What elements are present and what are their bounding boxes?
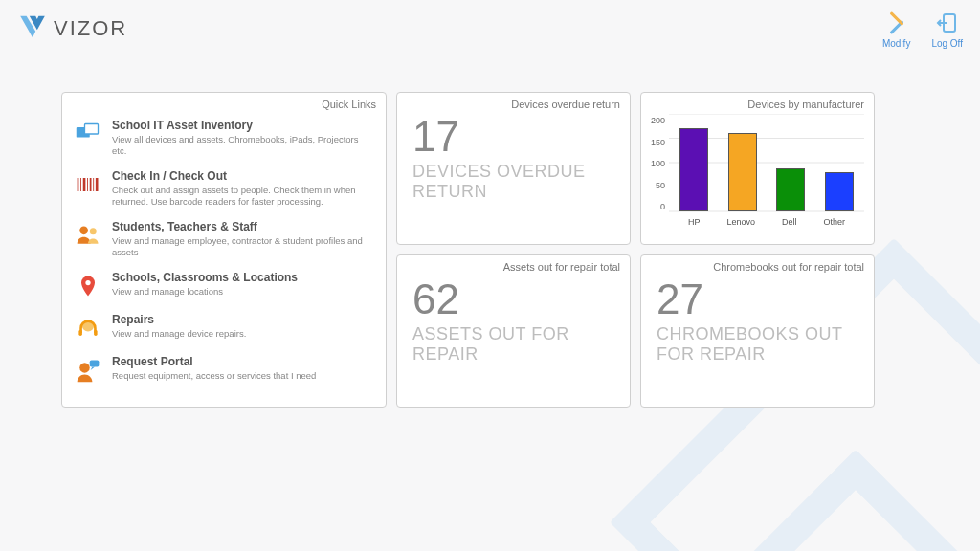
svg-point-12 [79, 226, 88, 234]
quick-link-item[interactable]: $ Charges & Fees Fines and charges made … [72, 392, 372, 399]
stat-label: DEVICES OVERDUE RETURN [412, 162, 620, 201]
y-tick: 50 [656, 181, 665, 190]
svg-point-13 [90, 228, 97, 234]
logoff-label: Log Off [931, 38, 963, 49]
x-tick: Lenovo [727, 217, 756, 227]
quick-link-title: Check In / Check Out [112, 170, 370, 183]
headset-icon [74, 314, 102, 342]
pencil-ruler-icon [885, 11, 908, 38]
quick-links-list[interactable]: School IT Asset Inventory View all devic… [72, 114, 376, 399]
svg-rect-7 [83, 178, 86, 191]
y-tick: 100 [651, 159, 665, 168]
dashboard-grid: Quick Links School IT Asset Inventory Vi… [0, 92, 980, 408]
pin-icon [74, 272, 102, 300]
quick-link-text: Students, Teachers & Staff View and mana… [112, 221, 370, 258]
barcode-icon [74, 170, 102, 199]
person-speech-icon [74, 356, 102, 385]
quick-link-desc: View and manage device repairs. [112, 328, 246, 340]
monitors-icon [74, 120, 102, 148]
svg-point-14 [85, 280, 90, 285]
quick-link-desc: View and manage locations [112, 286, 298, 298]
card-title: Chromebooks out for repair total [651, 261, 864, 273]
quick-links-title: Quick Links [72, 99, 376, 110]
stat-value: 62 [412, 278, 620, 320]
chromebooks-out-card[interactable]: Chromebooks out for repair total 27 CHRO… [640, 254, 875, 408]
quick-link-text: Schools, Classrooms & Locations View and… [112, 272, 298, 300]
chart-plot: HPLenovoDellOther [669, 114, 864, 227]
chart-bar [776, 168, 805, 211]
svg-rect-19 [90, 360, 100, 366]
svg-rect-11 [96, 178, 99, 191]
quick-link-desc: View all devices and assets. Chromebooks… [112, 134, 370, 157]
svg-rect-16 [78, 330, 82, 336]
quick-link-desc: View and manage employee, contractor & s… [112, 235, 370, 258]
quick-link-item[interactable]: School IT Asset Inventory View all devic… [72, 114, 372, 165]
two-people-icon [74, 221, 102, 250]
quick-link-title: Schools, Classrooms & Locations [112, 272, 298, 284]
quick-link-title: Charges & Fees [112, 398, 329, 399]
devices-by-manufacturer-card[interactable]: Devices by manufacturer 200150100500 HPL… [640, 92, 875, 245]
quick-link-desc: Request equipment, access or services th… [112, 370, 316, 382]
y-tick: 200 [651, 116, 665, 125]
chart-bar [679, 128, 708, 211]
quick-link-title: Students, Teachers & Staff [112, 221, 370, 233]
svg-rect-5 [78, 178, 79, 191]
y-tick: 150 [651, 138, 665, 147]
svg-point-18 [79, 363, 90, 373]
x-tick: Dell [782, 217, 797, 227]
quick-link-title: Request Portal [112, 356, 316, 368]
logoff-icon [936, 11, 959, 38]
stat-label: ASSETS OUT FOR REPAIR [412, 324, 620, 364]
chart-y-axis: 200150100500 [651, 114, 669, 227]
card-title: Devices overdue return [407, 99, 620, 110]
quick-link-desc: Check out and assign assets to people. C… [112, 185, 370, 208]
quick-link-text: Charges & Fees Fines and charges made to… [112, 398, 329, 399]
stat-value: 27 [657, 278, 864, 320]
chart-bars [669, 114, 864, 227]
chart-bar [728, 133, 757, 211]
svg-rect-8 [87, 178, 88, 191]
vizor-logo-icon [17, 11, 48, 46]
dollar-refresh-icon: $ [74, 398, 102, 399]
svg-rect-9 [90, 178, 92, 191]
stat-label: CHROMEBOOKS OUT FOR REPAIR [657, 324, 864, 364]
quick-link-item[interactable]: Students, Teachers & Staff View and mana… [72, 215, 372, 266]
assets-out-card[interactable]: Assets out for repair total 62 ASSETS OU… [396, 254, 631, 408]
svg-rect-10 [93, 178, 94, 191]
topbar-actions: Modify Log Off [882, 11, 963, 49]
brand-logo: VIZOR [17, 11, 127, 46]
svg-rect-4 [85, 124, 99, 135]
quick-link-text: Request Portal Request equipment, access… [112, 356, 316, 385]
quick-links-card: Quick Links School IT Asset Inventory Vi… [61, 92, 387, 408]
chart-body: 200150100500 HPLenovoDellOther [651, 114, 864, 227]
quick-link-text: School IT Asset Inventory View all devic… [112, 120, 370, 157]
card-title: Devices by manufacturer [651, 99, 864, 110]
stat-value: 17 [412, 116, 620, 158]
devices-overdue-card[interactable]: Devices overdue return 17 DEVICES OVERDU… [396, 92, 631, 245]
x-tick: HP [688, 217, 701, 227]
quick-link-title: School IT Asset Inventory [112, 120, 370, 132]
quick-link-item[interactable]: Request Portal Request equipment, access… [72, 350, 372, 392]
modify-button[interactable]: Modify [882, 11, 910, 49]
modify-label: Modify [882, 38, 910, 49]
card-title: Assets out for repair total [407, 261, 620, 273]
chart-x-labels: HPLenovoDellOther [669, 217, 864, 227]
logoff-button[interactable]: Log Off [931, 11, 963, 49]
quick-link-item[interactable]: Repairs View and manage device repairs. [72, 308, 372, 350]
quick-link-text: Check In / Check Out Check out and assig… [112, 170, 370, 208]
x-tick: Other [823, 217, 845, 227]
topbar: VIZOR Modify Log Off [0, 0, 980, 57]
quick-link-title: Repairs [112, 314, 246, 326]
svg-rect-17 [94, 330, 98, 336]
chart-bar [825, 172, 854, 211]
quick-link-item[interactable]: Schools, Classrooms & Locations View and… [72, 266, 372, 308]
svg-rect-6 [80, 178, 81, 191]
y-tick: 0 [660, 202, 665, 211]
svg-rect-1 [889, 11, 903, 26]
brand-name: VIZOR [54, 16, 127, 41]
quick-link-item[interactable]: Check In / Check Out Check out and assig… [72, 165, 372, 215]
quick-link-text: Repairs View and manage device repairs. [112, 314, 246, 342]
